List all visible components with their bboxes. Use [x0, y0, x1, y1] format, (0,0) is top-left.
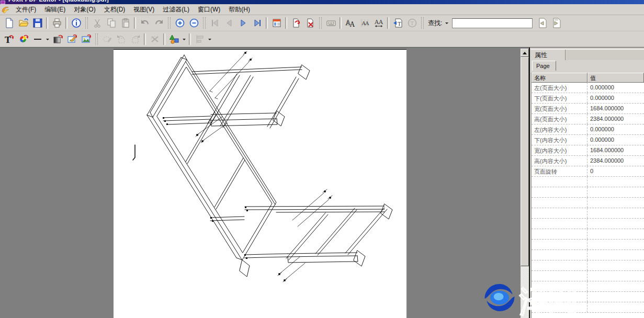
property-name: 高(页面大小) [532, 114, 587, 124]
pdf-page[interactable] [114, 49, 406, 318]
add-image-button[interactable] [79, 32, 93, 46]
zoom-out-button[interactable] [187, 16, 201, 30]
save-button[interactable] [30, 16, 44, 30]
property-name [532, 198, 587, 208]
align-objects-dropdown[interactable] [207, 33, 213, 46]
column-header-value: 值 [587, 73, 644, 83]
virtual-keyboard-button[interactable] [324, 16, 338, 30]
property-name: 高(内容大小) [532, 156, 587, 166]
property-value[interactable]: 0.000000 [587, 124, 644, 134]
find-previous-button[interactable] [535, 16, 549, 30]
cut-button[interactable] [90, 16, 104, 30]
font-size-button[interactable]: AA [357, 16, 371, 30]
property-row: 高(内容大小)2384.000000 [532, 156, 644, 166]
find-options-dropdown[interactable] [444, 17, 450, 29]
property-row-empty [532, 208, 644, 219]
property-value [587, 198, 644, 208]
property-value[interactable]: 1684.000000 [587, 104, 644, 113]
properties-panel: 属性 Page 名称 值 左(页面大小)0.000000下(页面大小)0.000… [529, 48, 644, 318]
shapes-3d-button[interactable] [167, 32, 181, 46]
property-row-empty [532, 260, 644, 271]
menu-item-4[interactable]: 文档(D) [100, 4, 130, 15]
page-layout-button[interactable] [269, 16, 284, 30]
last-page-button[interactable] [250, 16, 264, 30]
copy-button[interactable] [104, 16, 118, 30]
property-name [532, 292, 587, 302]
property-value[interactable]: 0 [587, 166, 644, 176]
property-name [532, 302, 587, 312]
property-value[interactable]: 2384.000000 [587, 114, 644, 124]
toolbar-grip[interactable] [95, 33, 98, 45]
separator [285, 17, 287, 29]
toolbar-grip[interactable] [203, 17, 206, 29]
menu-item-2[interactable]: 编辑(E) [40, 4, 70, 15]
property-value[interactable]: 0.000000 [587, 135, 644, 145]
find-input[interactable] [452, 18, 533, 28]
property-name: 宽(页面大小) [532, 104, 587, 113]
properties-table-header: 名称 值 [532, 73, 644, 83]
font-button[interactable]: AA [343, 16, 357, 30]
property-row: 左(内容大小)0.000000 [532, 124, 644, 135]
property-row: 页面旋转0 [532, 166, 644, 177]
property-name [532, 260, 587, 270]
paste-button[interactable] [118, 16, 132, 30]
toolbar-grip[interactable] [421, 17, 424, 29]
align-objects-button[interactable] [193, 32, 207, 46]
toolbar-grip[interactable] [168, 17, 171, 29]
zoom-in-button[interactable] [173, 16, 187, 30]
tab-page[interactable]: Page [532, 61, 556, 71]
scroll-up-button[interactable] [521, 49, 529, 57]
print-button[interactable] [50, 16, 64, 30]
previous-page-button[interactable] [222, 16, 236, 30]
lasso-edit-button[interactable] [100, 32, 114, 46]
property-row-empty [532, 229, 644, 240]
add-color-button[interactable] [16, 32, 30, 46]
insert-page-button[interactable] [289, 16, 303, 30]
property-name [532, 250, 587, 260]
property-value [587, 208, 644, 218]
menu-item-7[interactable]: 窗口(W) [194, 4, 224, 15]
properties-panel-title: 属性 [531, 50, 566, 60]
transform-rotate-left-button[interactable] [114, 32, 128, 46]
open-file-button[interactable] [16, 16, 30, 30]
separator [46, 17, 48, 29]
new-document-button[interactable] [2, 16, 16, 30]
property-value[interactable]: 2384.000000 [587, 156, 644, 166]
line-style-button[interactable] [30, 32, 44, 46]
edit-image-button[interactable] [65, 32, 79, 46]
text-attributes-button[interactable]: T [405, 16, 419, 30]
property-value[interactable]: 0.000000 [587, 83, 644, 93]
cross-delete-button[interactable] [148, 32, 162, 46]
redo-button[interactable] [152, 16, 166, 30]
toolbar-grip[interactable] [319, 17, 322, 29]
find-next-button[interactable] [549, 16, 563, 30]
shapes-3d-dropdown[interactable] [181, 33, 187, 46]
foxit-logo-icon [2, 6, 9, 14]
menu-item-1[interactable]: 文件(F) [12, 4, 40, 15]
property-name [532, 208, 587, 218]
transform-rotate-right-button[interactable] [128, 32, 142, 46]
first-page-button[interactable] [208, 16, 222, 30]
property-row: 宽(页面大小)1684.000000 [532, 104, 644, 114]
vertical-scrollbar[interactable] [521, 49, 529, 318]
add-text-object-button[interactable]: T [391, 16, 405, 30]
add-text-button[interactable]: T [2, 32, 16, 46]
line-style-dropdown[interactable] [44, 33, 51, 46]
delete-page-button[interactable] [303, 16, 317, 30]
menu-item-3[interactable]: 对象(O) [70, 4, 99, 15]
next-page-button[interactable] [236, 16, 250, 30]
toolbar-grip[interactable] [85, 17, 88, 29]
property-value[interactable]: 1684.000000 [587, 145, 644, 155]
scrollbar-thumb[interactable] [521, 57, 529, 266]
undo-button[interactable] [138, 16, 152, 30]
add-gradient-button[interactable] [51, 32, 65, 46]
document-info-button[interactable] [69, 16, 83, 30]
menu-item-5[interactable]: 视图(V) [129, 4, 159, 15]
property-value[interactable]: 0.000000 [587, 93, 644, 103]
property-row-empty [532, 271, 644, 281]
menu-item-6[interactable]: 过滤器(L) [159, 4, 194, 15]
property-row-empty [532, 187, 644, 198]
character-spacing-button[interactable]: AA [371, 16, 386, 30]
menu-item-8[interactable]: 帮助(H) [224, 4, 254, 15]
property-name: 左(内容大小) [532, 124, 587, 134]
